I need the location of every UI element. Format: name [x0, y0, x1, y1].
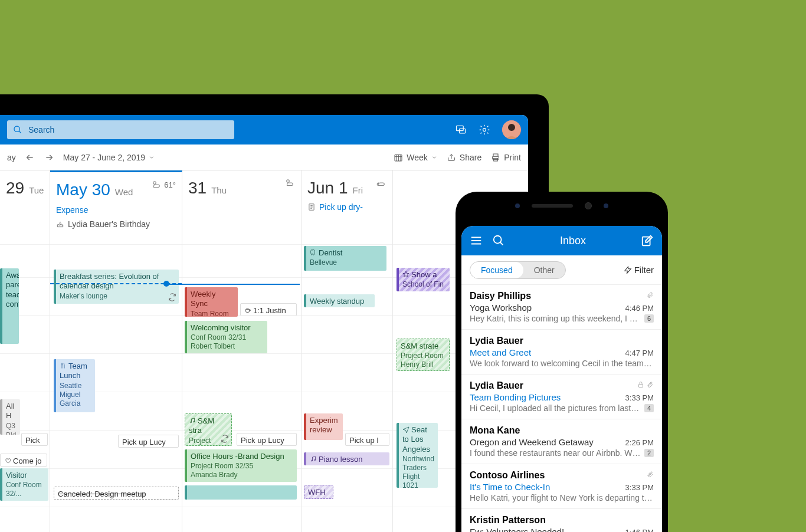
recurring-icon — [221, 435, 229, 443]
badge-count: 4 — [644, 404, 654, 412]
email-subject: Yoga Workshop — [470, 303, 621, 313]
email-item[interactable]: Lydia BauerMeet and Greet4:47 PMWe look … — [461, 330, 662, 375]
event-seat[interactable]: Seat to Los AngelesNorthwind Traders Fli… — [397, 423, 438, 488]
badge-count: 2 — [644, 449, 654, 457]
music-icon — [310, 455, 317, 462]
next-arrow-icon[interactable] — [44, 153, 54, 162]
event-visitor[interactable]: VisitorConf Room 32/... — [0, 468, 48, 501]
sun-cloud-icon — [151, 179, 162, 190]
event-breakfast[interactable]: Breakfast series: Evolution of calendar … — [54, 270, 179, 304]
view-week-button[interactable]: Week — [394, 153, 437, 162]
day-col-tue: 29Tue Away parent teacher conf All HQ3Bl… — [0, 170, 50, 532]
email-time: 4:47 PM — [625, 349, 654, 357]
attachment-indicators — [637, 380, 654, 389]
badge-count: 6 — [644, 314, 654, 323]
attachment-icon — [647, 291, 654, 299]
event-sm-stra[interactable]: S&M straProject RoomHenry Brill — [185, 413, 232, 446]
event-1-1-justin[interactable]: 1:1 Justin — [240, 303, 297, 316]
cake-icon — [56, 220, 64, 228]
expense-link[interactable]: Expense — [56, 205, 176, 215]
event-office-hours[interactable]: Office Hours -Brand DesignProject Room 3… — [185, 449, 297, 482]
svg-line-1 — [19, 131, 21, 133]
email-subject: It's Time to Check-In — [470, 482, 621, 492]
event-show[interactable]: Show aSchool of Fin — [397, 268, 450, 291]
date-range[interactable]: May 27 - June 2, 2019 — [63, 153, 155, 162]
print-icon — [491, 153, 500, 162]
event-away-parent[interactable]: Away parent teacher conf — [0, 268, 19, 344]
tooth-icon — [310, 249, 317, 256]
event-weekly-standup[interactable]: Weekly standup — [304, 294, 375, 307]
event-experiment[interactable]: Experim review — [304, 413, 343, 440]
email-list[interactable]: Daisy PhillipsYoga Workshop4:46 PMHey Ka… — [461, 285, 662, 532]
event-weekly-sync[interactable]: Weekly SyncTeam Room — [185, 287, 238, 317]
date-day: Tue — [29, 185, 44, 195]
event-welcoming[interactable]: Welcoming visitorConf Room 32/31Robert T… — [185, 321, 267, 353]
task-item: Pick up dry- — [307, 202, 386, 212]
note-icon — [307, 203, 316, 211]
event-pick-up-i[interactable]: Pick up I — [345, 433, 389, 446]
tab-focused[interactable]: Focused — [470, 262, 523, 278]
event-canceled[interactable]: Canceled: Design meetup — [54, 487, 179, 500]
calendar-week-icon — [394, 153, 403, 162]
now-indicator — [50, 283, 182, 284]
outlook-mobile: Inbox Focused Other Filter Daisy Phillip… — [461, 226, 662, 532]
today-button-cutoff[interactable]: ay — [7, 153, 16, 162]
event-wfh[interactable]: WFH — [304, 485, 333, 499]
tab-other[interactable]: Other — [523, 262, 565, 278]
day-col-thu: 31Thu Weekly SyncTeam Room 1:1 Justin We… — [182, 170, 302, 532]
day-header[interactable]: 29Tue — [0, 170, 50, 235]
email-item[interactable]: Lydia BauerTeam Bonding Pictures3:33 PMH… — [461, 375, 662, 419]
svg-point-0 — [14, 126, 19, 132]
email-from: Daisy Phillips — [470, 291, 654, 301]
menu-icon[interactable] — [470, 234, 483, 247]
event-pickup-lucy-thu[interactable]: Pick up Lucy — [237, 433, 297, 446]
day-header[interactable]: Jun 1Fri Pick up dry- — [302, 170, 392, 235]
compose-icon[interactable] — [641, 234, 654, 247]
search-icon[interactable] — [492, 234, 505, 247]
filter-button[interactable]: Filter — [624, 265, 654, 275]
date-num: May 30 — [56, 180, 110, 199]
email-time: 3:33 PM — [625, 393, 654, 402]
date-day: Thu — [211, 185, 227, 195]
recurring-icon — [168, 293, 176, 301]
search-input[interactable]: Search — [7, 120, 234, 139]
email-preview: We look forward to welcoming Cecil in th… — [470, 359, 654, 368]
email-item[interactable]: Kristin PattersonFw: Volunteers Needed!1… — [461, 509, 662, 532]
weather-badge: 61° — [151, 179, 176, 190]
email-from: Mona Kane — [470, 425, 654, 436]
email-subject: Team Bonding Pictures — [470, 392, 621, 402]
svg-marker-31 — [624, 267, 631, 274]
svg-point-28 — [494, 236, 502, 244]
attachment-indicators — [647, 291, 654, 299]
avatar[interactable] — [502, 120, 521, 139]
email-item[interactable]: Contoso AirlinesIt's Time to Check-In3:3… — [461, 464, 662, 509]
event-pick[interactable]: Pick — [21, 433, 48, 446]
email-from: Lydia Bauer — [470, 336, 654, 346]
event-all-h[interactable]: All HQ3Bld 3Henry — [0, 399, 20, 435]
top-nav: Search — [0, 115, 528, 145]
focused-other-segment: Focused Other — [470, 261, 566, 279]
coffee-icon — [244, 307, 251, 314]
chat-icon[interactable] — [455, 124, 467, 136]
prev-arrow-icon[interactable] — [25, 153, 35, 162]
email-item[interactable]: Daisy PhillipsYoga Workshop4:46 PMHey Ka… — [461, 285, 662, 330]
email-item[interactable]: Mona KaneOregon and Weekend Getaway2:26 … — [461, 419, 662, 464]
food-icon — [60, 362, 67, 369]
print-button[interactable]: Print — [491, 153, 521, 162]
day-header[interactable]: 31Thu — [182, 170, 301, 235]
event-pickup-lucy-wed[interactable]: Pick up Lucy — [118, 435, 179, 448]
svg-rect-2 — [457, 126, 464, 130]
event-team-lunch[interactable]: Team LunchSeattleMiguel Garcia — [54, 359, 95, 412]
inbox-tab-row: Focused Other Filter — [461, 255, 662, 285]
search-placeholder: Search — [28, 125, 54, 134]
event-piano[interactable]: Piano lesson — [304, 452, 389, 465]
svg-point-19 — [287, 180, 290, 183]
gear-icon[interactable] — [479, 124, 490, 136]
weather-badge — [284, 178, 295, 188]
event-block[interactable] — [185, 485, 297, 500]
event-dentist[interactable]: DentistBellevue — [304, 246, 386, 271]
event-sm-strate[interactable]: S&M strateProject RoomHenry Brill — [397, 339, 450, 371]
event-come[interactable]: Come jo — [0, 454, 47, 467]
share-button[interactable]: Share — [447, 153, 481, 162]
day-header[interactable]: 61° May 30Wed Expense Lydia Bauer's Birt… — [50, 172, 182, 237]
